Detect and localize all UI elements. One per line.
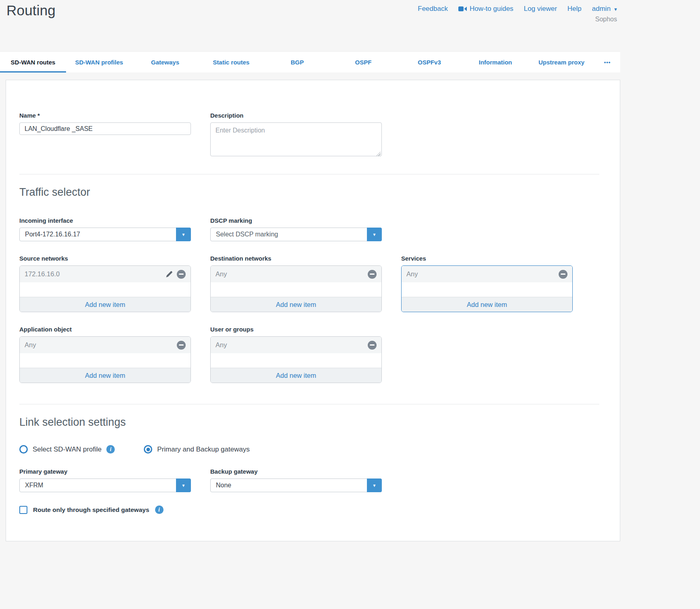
chevron-down-icon: ▼	[373, 483, 377, 488]
list-item: Any	[20, 337, 191, 353]
name-field-group: Name *	[19, 112, 191, 158]
application-object-label: Application object	[19, 326, 191, 333]
dscp-marking-dropdown[interactable]: Select DSCP marking ▼	[210, 228, 382, 241]
primary-gateway-group: Primary gateway XFRM ▼	[19, 468, 191, 492]
chevron-down-icon: ▼	[182, 483, 186, 488]
name-input[interactable]	[19, 122, 191, 135]
tab-static-routes[interactable]: Static routes	[198, 52, 264, 72]
add-new-item-button[interactable]: Add new item	[20, 368, 191, 383]
info-icon[interactable]: i	[155, 505, 164, 514]
backup-gateway-group: Backup gateway None ▼	[210, 468, 382, 492]
listbox-empty-area	[20, 282, 191, 297]
help-link[interactable]: Help	[567, 5, 582, 13]
application-object-listbox: Any Add new item	[19, 336, 191, 383]
dscp-marking-group: DSCP marking Select DSCP marking ▼	[210, 217, 382, 241]
primary-gateway-dropdown[interactable]: XFRM ▼	[19, 478, 191, 492]
route-only-checkbox[interactable]	[19, 506, 27, 514]
tabs-overflow-button[interactable]: •••	[594, 52, 620, 72]
remove-item-icon[interactable]	[368, 341, 377, 350]
tab-information[interactable]: Information	[462, 52, 528, 72]
chevron-down-icon: ▼	[613, 7, 618, 12]
tab-sdwan-profiles[interactable]: SD-WAN profiles	[66, 52, 132, 72]
remove-item-icon[interactable]	[559, 270, 567, 279]
howto-guides-link[interactable]: How-to guides	[458, 5, 514, 13]
traffic-selector-heading: Traffic selector	[19, 185, 620, 199]
account-name: Sophos	[595, 16, 617, 23]
section-divider	[19, 174, 599, 174]
user-or-groups-label: User or groups	[210, 326, 382, 333]
incoming-interface-value: Port4-172.16.16.17	[20, 231, 80, 238]
name-label: Name *	[19, 112, 191, 119]
add-new-item-button[interactable]: Add new item	[402, 297, 572, 312]
networks-services-row: Source networks 172.16.16.0 Add new item	[19, 255, 620, 312]
dropdown-toggle-button[interactable]: ▼	[176, 228, 191, 241]
description-field-group: Description	[210, 112, 382, 158]
tab-sdwan-routes[interactable]: SD-WAN routes	[0, 52, 66, 72]
primary-backup-gateways-radio[interactable]	[144, 445, 152, 454]
description-label: Description	[210, 112, 382, 119]
dropdown-toggle-button[interactable]: ▼	[176, 478, 191, 492]
tab-ospf[interactable]: OSPF	[330, 52, 396, 72]
destination-networks-label: Destination networks	[210, 255, 382, 262]
add-new-item-button[interactable]: Add new item	[211, 297, 381, 312]
backup-gateway-label: Backup gateway	[210, 468, 382, 475]
select-sdwan-profile-label[interactable]: Select SD-WAN profile	[33, 445, 101, 454]
section-divider	[19, 404, 599, 404]
source-networks-group: Source networks 172.16.16.0 Add new item	[19, 255, 191, 312]
interface-dscp-row: Incoming interface Port4-172.16.16.17 ▼ …	[19, 217, 620, 241]
services-listbox: Any Add new item	[401, 265, 573, 312]
list-item: 172.16.16.0	[20, 266, 191, 282]
incoming-interface-dropdown[interactable]: Port4-172.16.16.17 ▼	[19, 228, 191, 241]
primary-backup-gateways-label[interactable]: Primary and Backup gateways	[157, 445, 250, 454]
backup-gateway-value: None	[211, 482, 231, 489]
dropdown-toggle-button[interactable]: ▼	[367, 478, 382, 492]
tab-ospfv3[interactable]: OSPFv3	[396, 52, 462, 72]
destination-networks-group: Destination networks Any Add new item	[210, 255, 382, 312]
description-textarea[interactable]	[210, 122, 382, 156]
add-new-item-button[interactable]: Add new item	[20, 297, 191, 312]
route-only-label[interactable]: Route only through specified gateways	[33, 506, 149, 514]
listbox-empty-area	[402, 282, 572, 297]
source-networks-listbox: 172.16.16.0 Add new item	[19, 265, 191, 312]
services-group: Services Any Add new item	[401, 255, 573, 312]
user-menu[interactable]: admin ▼	[592, 5, 618, 13]
backup-gateway-dropdown[interactable]: None ▼	[210, 478, 382, 492]
log-viewer-link[interactable]: Log viewer	[524, 5, 557, 13]
gateway-row: Primary gateway XFRM ▼ Backup gateway No…	[19, 468, 620, 492]
video-camera-icon	[458, 6, 467, 12]
top-bar: Routing Feedback How-to guides Log viewe…	[0, 0, 620, 51]
tab-gateways[interactable]: Gateways	[132, 52, 198, 72]
link-selection-radio-row: Select SD-WAN profile i Primary and Back…	[19, 445, 620, 454]
tab-bar: SD-WAN routes SD-WAN profiles Gateways S…	[0, 51, 620, 72]
remove-item-icon[interactable]	[368, 270, 377, 279]
destination-networks-listbox: Any Add new item	[210, 265, 382, 312]
edit-pencil-icon[interactable]	[166, 270, 173, 278]
source-networks-label: Source networks	[19, 255, 191, 262]
chevron-down-icon: ▼	[373, 232, 377, 237]
list-item-value: Any	[215, 270, 368, 278]
select-sdwan-profile-radio[interactable]	[19, 445, 28, 454]
feedback-link[interactable]: Feedback	[418, 5, 448, 13]
list-item-value: 172.16.16.0	[25, 270, 166, 278]
info-icon[interactable]: i	[106, 445, 115, 454]
help-label: Help	[567, 5, 582, 13]
incoming-interface-group: Incoming interface Port4-172.16.16.17 ▼	[19, 217, 191, 241]
primary-gateway-label: Primary gateway	[19, 468, 191, 475]
tab-upstream-proxy[interactable]: Upstream proxy	[528, 52, 594, 72]
page-title: Routing	[6, 2, 56, 19]
howto-guides-label: How-to guides	[470, 5, 514, 13]
add-new-item-button[interactable]: Add new item	[211, 368, 381, 383]
primary-gateway-value: XFRM	[20, 482, 43, 489]
dropdown-toggle-button[interactable]: ▼	[367, 228, 382, 241]
remove-item-icon[interactable]	[177, 341, 186, 350]
user-or-groups-listbox: Any Add new item	[210, 336, 382, 383]
list-item: Any	[211, 266, 381, 282]
application-object-group: Application object Any Add new item	[19, 326, 191, 383]
top-links: Feedback How-to guides Log viewer Help a…	[418, 5, 618, 13]
tab-bgp[interactable]: BGP	[264, 52, 330, 72]
feedback-link-label: Feedback	[418, 5, 448, 13]
remove-item-icon[interactable]	[177, 270, 186, 279]
application-users-row: Application object Any Add new item User…	[19, 326, 620, 383]
chevron-down-icon: ▼	[182, 232, 186, 237]
services-label: Services	[401, 255, 573, 262]
